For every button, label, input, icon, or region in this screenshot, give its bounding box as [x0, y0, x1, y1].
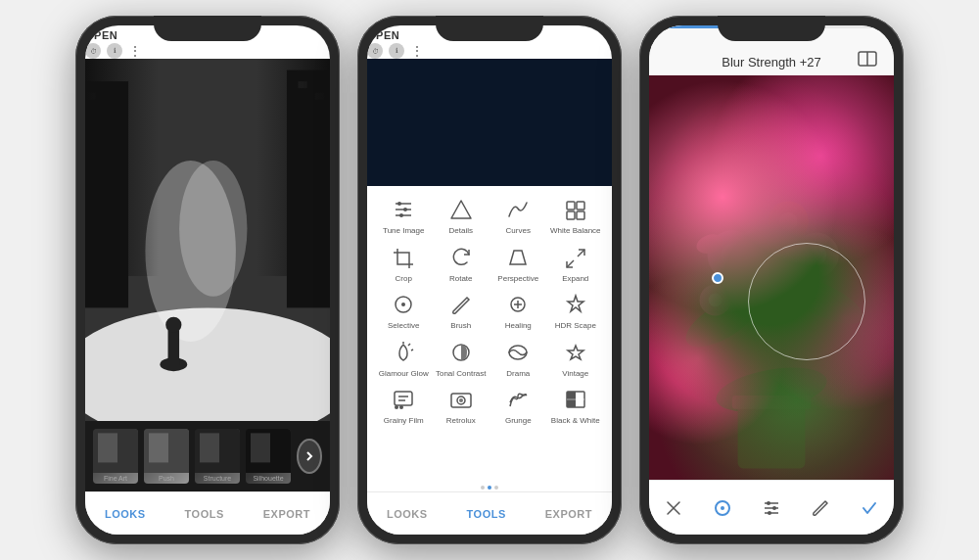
adjust-btn[interactable]: [756, 492, 787, 524]
svg-point-66: [769, 201, 809, 241]
svg-point-50: [395, 405, 398, 409]
more-filters-btn[interactable]: [297, 439, 322, 474]
filter-thumb-silhouette[interactable]: Silhouette: [246, 429, 291, 484]
svg-point-74: [694, 231, 725, 257]
svg-rect-77: [738, 401, 806, 469]
tool-glamour[interactable]: Glamour Glow: [376, 339, 431, 379]
svg-point-10: [179, 161, 247, 297]
more-icon-1[interactable]: ⋮: [128, 43, 142, 59]
selective-label: Selective: [388, 321, 419, 331]
city-svg: [85, 59, 330, 421]
tools-row-3: Selective Brush Healing: [375, 291, 604, 331]
tool-selective[interactable]: Selective: [376, 291, 431, 331]
tool-grunge[interactable]: Grunge: [490, 386, 545, 426]
tool-rotate[interactable]: Rotate: [434, 244, 489, 284]
tune-label: Tune Image: [383, 226, 424, 236]
nav-looks-1[interactable]: LOOKS: [89, 500, 162, 528]
tools-row-2: Crop Rotate Perspective: [375, 244, 604, 284]
tools-row-4: Glamour Glow Tonal Contrast Drama: [375, 339, 604, 379]
nav-tools-1[interactable]: TOOLS: [169, 500, 240, 528]
tool-curves[interactable]: Curves: [490, 196, 545, 236]
svg-point-54: [459, 398, 463, 402]
tool-grainy[interactable]: Grainy Film: [376, 386, 431, 426]
phones-container: OPEN ⏱ ℹ ⋮: [56, 0, 923, 560]
details-icon: [445, 196, 477, 223]
rotate-label: Rotate: [449, 274, 473, 284]
status-icons-1: ⏱ ℹ ⋮: [85, 43, 330, 59]
svg-point-65: [721, 244, 743, 266]
nav-tools-2[interactable]: TOOLS: [451, 500, 522, 528]
svg-rect-1: [85, 81, 128, 307]
svg-point-51: [399, 405, 403, 409]
wb-icon: [560, 196, 591, 223]
phone-1: OPEN ⏱ ℹ ⋮: [75, 16, 340, 544]
tool-tune-image[interactable]: Tune Image: [376, 196, 431, 236]
tool-expand[interactable]: Expand: [548, 244, 603, 284]
svg-rect-21: [251, 433, 270, 462]
filter-thumb-push[interactable]: Push: [144, 429, 189, 484]
svg-line-34: [578, 250, 584, 257]
tool-drama[interactable]: Drama: [490, 339, 545, 379]
crop-label: Crop: [396, 274, 412, 284]
scroll-dot: [481, 486, 485, 490]
bw-photo: [85, 59, 330, 421]
expand-icon: [560, 244, 591, 271]
svg-point-67: [779, 212, 797, 230]
tool-details[interactable]: Details: [434, 196, 489, 236]
filter-thumb-fineart[interactable]: Fine Art: [93, 429, 138, 484]
phone-2: OPEN ⏱ ℹ ⋮ Tune Image: [357, 16, 622, 544]
nav-export-2[interactable]: EXPORT: [530, 500, 608, 528]
hdr-label: HDR Scape: [555, 321, 596, 331]
scroll-dot: [494, 486, 498, 490]
info-icon-1: ℹ: [107, 43, 122, 59]
filter-label-silhouette: Silhouette: [246, 475, 291, 482]
tool-tonal[interactable]: Tonal Contrast: [434, 339, 489, 379]
split-view-icon[interactable]: [857, 50, 878, 68]
details-label: Details: [449, 226, 473, 236]
brush-icon: [445, 291, 477, 318]
tools-grid: Tune Image Details Curves: [367, 186, 612, 483]
timer-icon-2: ⏱: [367, 43, 383, 59]
svg-point-87: [767, 501, 770, 505]
notch-3: [718, 16, 825, 41]
tool-perspective[interactable]: Perspective: [490, 244, 545, 284]
tonal-icon: [445, 339, 477, 366]
blur-circle[interactable]: [748, 243, 865, 360]
tool-white-balance[interactable]: White Balance: [548, 196, 603, 236]
brush-btn[interactable]: [805, 492, 836, 524]
svg-point-83: [721, 506, 724, 510]
svg-rect-47: [395, 392, 412, 405]
tool-bw[interactable]: Black & White: [548, 386, 603, 426]
svg-rect-32: [577, 211, 584, 219]
retrolux-label: Retrolux: [446, 416, 476, 426]
more-icon-2[interactable]: ⋮: [410, 43, 424, 59]
svg-rect-6: [299, 81, 307, 88]
circle-select-btn[interactable]: [707, 492, 738, 524]
tool-retrolux[interactable]: Retrolux: [434, 386, 489, 426]
bw-photo-area: [85, 59, 330, 421]
svg-point-63: [713, 360, 830, 420]
bottom-nav-1: LOOKS TOOLS EXPORT: [85, 491, 330, 535]
svg-rect-5: [287, 70, 330, 308]
open-label-2[interactable]: OPEN: [367, 29, 399, 41]
close-btn[interactable]: [658, 492, 689, 524]
svg-rect-15: [98, 433, 117, 462]
tool-hdr[interactable]: HDR Scape: [548, 291, 603, 331]
drama-icon: [502, 339, 534, 366]
confirm-btn[interactable]: [854, 492, 885, 524]
filter-thumb-structure[interactable]: Structure: [195, 429, 240, 484]
nav-looks-2[interactable]: LOOKS: [371, 500, 443, 528]
tool-brush[interactable]: Brush: [434, 291, 489, 331]
svg-line-35: [567, 260, 574, 267]
blur-dot[interactable]: [712, 272, 723, 284]
open-label-1[interactable]: OPEN: [85, 29, 117, 41]
tool-vintage[interactable]: Vintage: [548, 339, 603, 379]
tool-crop[interactable]: Crop: [376, 244, 431, 284]
vintage-icon: [560, 339, 591, 366]
svg-rect-19: [200, 433, 219, 462]
nav-export-1[interactable]: EXPORT: [248, 500, 326, 528]
tool-healing[interactable]: Healing: [490, 291, 545, 331]
bw-label: Black & White: [551, 416, 600, 426]
svg-marker-41: [568, 296, 583, 311]
svg-rect-4: [86, 93, 95, 100]
